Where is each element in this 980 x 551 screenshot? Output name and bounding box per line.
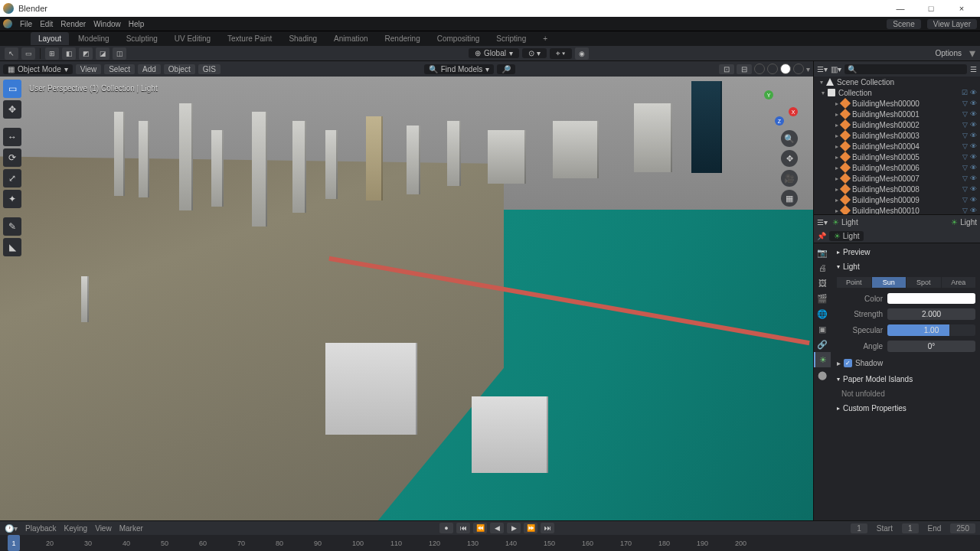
tab-render-icon[interactable]: 📷 <box>814 245 831 260</box>
panel-pmi[interactable]: ▾Paper Model Islands <box>837 373 975 385</box>
light-strength-field[interactable]: 2.000 <box>887 308 975 320</box>
3d-viewport[interactable]: User Perspective (1) Collection | Light … <box>0 77 813 520</box>
play-icon[interactable]: ▶ <box>507 523 521 533</box>
tab-layout[interactable]: Layout <box>31 32 69 45</box>
snap4-icon[interactable]: ◪ <box>96 47 109 60</box>
outliner-item[interactable]: BuildingMesh00002 <box>852 121 959 129</box>
shading-wire-icon[interactable] <box>754 64 765 74</box>
outliner-collection[interactable]: Collection <box>838 89 959 97</box>
outliner-item[interactable]: BuildingMesh00006 <box>852 164 959 172</box>
keyframe-next-icon[interactable]: ⏩ <box>524 523 537 533</box>
frame-end-field[interactable]: 250 <box>950 523 975 533</box>
gizmo-x-axis[interactable]: X <box>789 107 798 116</box>
tab-world-icon[interactable]: 🌐 <box>814 306 831 321</box>
keyframe-prev-icon[interactable]: ⏪ <box>473 523 487 533</box>
outliner-item[interactable]: BuildingMesh00000 <box>852 99 959 108</box>
tab-scene-icon[interactable]: 🎬 <box>814 291 831 306</box>
vh-add[interactable]: Add <box>138 64 161 74</box>
snap5-icon[interactable]: ◫ <box>113 47 126 60</box>
tool-annotate[interactable]: ✎ <box>3 217 21 236</box>
tab-viewlayer-icon[interactable]: 🖼 <box>814 276 831 291</box>
menu-window[interactable]: Window <box>93 20 121 28</box>
outliner-item[interactable]: BuildingMesh00005 <box>852 153 959 161</box>
light-color-field[interactable] <box>887 293 975 304</box>
panel-custom[interactable]: ▸Custom Properties <box>837 403 975 414</box>
outliner-item[interactable]: BuildingMesh00004 <box>852 142 959 151</box>
snap-dropdown[interactable]: ⌖ ▾ <box>550 48 572 59</box>
outliner[interactable]: ▾Scene Collection ▾Collection☑ 👁 ▸Buildi… <box>814 77 980 214</box>
nav-pan-icon[interactable]: ✥ <box>781 150 798 167</box>
tool-cursor[interactable]: ✥ <box>3 100 21 119</box>
vh-object[interactable]: Object <box>164 64 195 74</box>
menu-file[interactable]: File <box>20 20 32 28</box>
tl-view[interactable]: View <box>95 524 112 533</box>
tool-transform[interactable]: ✦ <box>3 190 21 208</box>
frame-start-field[interactable]: 1 <box>902 523 919 533</box>
tab-scripting[interactable]: Scripting <box>488 32 534 45</box>
autokey-icon[interactable]: ● <box>439 523 453 533</box>
outliner-item[interactable]: BuildingMesh00008 <box>852 185 959 194</box>
tab-modeling[interactable]: Modeling <box>70 32 117 45</box>
shading-solid-icon[interactable] <box>767 64 778 74</box>
close-button[interactable]: × <box>946 0 977 17</box>
tab-shading[interactable]: Shading <box>281 32 325 45</box>
snap-icon[interactable]: ⊞ <box>45 47 59 60</box>
menu-edit[interactable]: Edit <box>40 20 53 28</box>
tab-compositing[interactable]: Compositing <box>430 32 488 45</box>
pivot-dropdown[interactable]: ⊙ ▾ <box>522 48 547 58</box>
timeline-editor-icon[interactable]: 🕐▾ <box>5 524 18 533</box>
proportional-icon[interactable]: ◉ <box>575 47 589 60</box>
playhead[interactable]: 1 <box>8 535 20 551</box>
navigation-gizmo[interactable]: Y X Z <box>760 87 798 126</box>
tab-uvediting[interactable]: UV Editing <box>167 32 218 45</box>
light-type-spot[interactable]: Spot <box>906 277 941 288</box>
nav-persp-icon[interactable]: ▦ <box>781 190 798 207</box>
tool-rotate[interactable]: ⟳ <box>3 148 21 167</box>
data-name-field[interactable]: ☀ Light <box>829 231 864 241</box>
cursor-icon[interactable]: ↖ <box>5 47 18 60</box>
tab-output-icon[interactable]: 🖨 <box>814 260 831 276</box>
tab-animation[interactable]: Animation <box>326 32 375 45</box>
props-editor-icon[interactable]: ☰▾ <box>817 218 828 227</box>
panel-preview[interactable]: ▸Preview <box>837 246 975 258</box>
vh-gis[interactable]: GIS <box>198 64 220 74</box>
outliner-display-icon[interactable]: ▥▾ <box>831 65 841 73</box>
shading-caret-icon[interactable]: ▾ <box>806 65 810 73</box>
tl-keying[interactable]: Keying <box>64 524 88 533</box>
timeline-ruler[interactable]: 1 10 20 30 40 50 60 70 80 90 100 110 120… <box>0 535 980 551</box>
tl-playback[interactable]: Playback <box>25 524 57 533</box>
nav-zoom-icon[interactable]: 🔍 <box>781 130 798 147</box>
maximize-button[interactable]: □ <box>916 0 946 17</box>
viewlayer-selector[interactable]: View Layer <box>927 19 977 29</box>
jump-end-icon[interactable]: ⏭ <box>541 523 554 533</box>
outliner-item[interactable]: BuildingMesh00009 <box>852 196 959 204</box>
tool-scale[interactable]: ⤢ <box>3 169 21 187</box>
light-specular-field[interactable]: 1.00 <box>887 324 975 336</box>
vh-view[interactable]: View <box>76 64 102 74</box>
orientation-dropdown[interactable]: ⊕ Global ▾ <box>469 48 519 58</box>
tool-move[interactable]: ↔ <box>3 128 21 146</box>
find-models-search[interactable]: 🔍 Find Models ▾ <box>424 64 494 74</box>
gizmo-y-axis[interactable]: Y <box>764 90 773 99</box>
tab-physics-icon[interactable]: ⬤ <box>814 367 831 383</box>
options-dropdown[interactable]: Options <box>931 48 966 58</box>
tab-texturepaint[interactable]: Texture Paint <box>220 32 279 45</box>
tab-sculpting[interactable]: Sculpting <box>119 32 165 45</box>
jump-start-icon[interactable]: ⏮ <box>456 523 470 533</box>
context-light-right[interactable]: Light <box>960 218 977 227</box>
mode-dropdown[interactable]: ▦ Object Mode ▾ <box>3 64 73 74</box>
overlay-toggle[interactable]: ⊡ <box>719 64 734 74</box>
current-frame-field[interactable]: 1 <box>851 523 867 533</box>
outliner-item[interactable]: BuildingMesh00001 <box>852 110 959 119</box>
tl-marker[interactable]: Marker <box>119 524 143 533</box>
outliner-editor-icon[interactable]: ☰▾ <box>817 65 828 73</box>
panel-light[interactable]: ▾Light <box>837 261 975 272</box>
outliner-item[interactable]: BuildingMesh00003 <box>852 132 959 140</box>
shading-matprev-icon[interactable] <box>780 64 791 74</box>
xray-toggle[interactable]: ⊟ <box>737 64 752 74</box>
menu-render[interactable]: Render <box>60 20 86 28</box>
tab-rendering[interactable]: Rendering <box>377 32 428 45</box>
gizmo-z-axis[interactable]: Z <box>775 116 784 126</box>
light-type-point[interactable]: Point <box>837 277 871 288</box>
pin-icon[interactable]: 📌 <box>817 232 826 240</box>
